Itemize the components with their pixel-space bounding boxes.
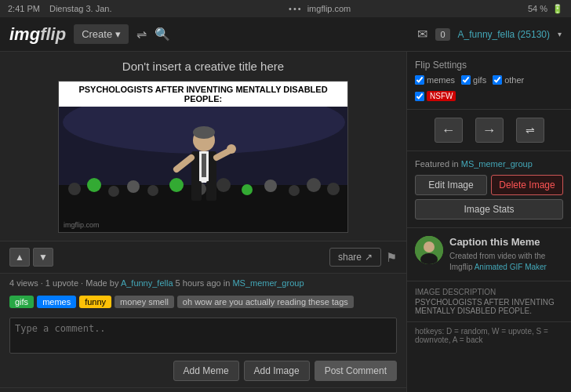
- animated-gif-maker-link[interactable]: Animated GIF Maker: [475, 263, 547, 271]
- upvote-button[interactable]: ▲: [9, 248, 30, 267]
- check-other[interactable]: other: [493, 75, 524, 85]
- shuffle-button[interactable]: ⇌: [516, 118, 544, 143]
- meme-image: PSYCHOLOGISTS AFTER INVENTING MENTALLY D…: [58, 81, 348, 233]
- site-logo[interactable]: imgflip: [9, 24, 66, 45]
- svg-rect-25: [206, 181, 216, 201]
- svg-point-11: [242, 184, 253, 195]
- svg-point-10: [216, 178, 231, 192]
- status-bar-right: 54 % 🔋: [528, 4, 563, 14]
- prev-button[interactable]: ←: [435, 118, 463, 143]
- svg-point-3: [68, 183, 81, 195]
- svg-point-17: [193, 126, 215, 139]
- memes-checkbox[interactable]: [415, 75, 424, 85]
- image-desc-text: PSYCHOLOGISTS AFTER INVENTING MENTALLY D…: [415, 298, 563, 315]
- logo-img: img: [9, 24, 40, 44]
- next-button[interactable]: →: [475, 118, 504, 143]
- tag-funny[interactable]: funny: [79, 296, 111, 308]
- svg-point-29: [424, 241, 435, 252]
- svg-point-13: [289, 185, 300, 196]
- delete-image-button[interactable]: Delete Image: [491, 175, 563, 195]
- edit-image-button[interactable]: Edit Image: [415, 175, 487, 195]
- tags-area: gifs memes funny money smell oh wow are …: [0, 292, 406, 311]
- featured-buttons: Edit Image Delete Image Image Stats: [415, 175, 563, 220]
- meme-container: PSYCHOLOGISTS AFTER INVENTING MENTALLY D…: [0, 81, 406, 241]
- flip-settings-title: Flip Settings: [415, 60, 563, 71]
- url-display: imgflip.com: [307, 4, 351, 13]
- svg-point-4: [87, 178, 101, 192]
- svg-point-8: [169, 178, 184, 192]
- other-checkbox[interactable]: [493, 75, 502, 85]
- image-description-section: IMAGE DESCRIPTION PSYCHOLOGISTS AFTER IN…: [407, 281, 571, 322]
- status-bar-left: 2:41 PM Dienstag 3. Jan.: [8, 4, 111, 13]
- battery-icon: 🔋: [552, 4, 563, 14]
- meme-top-text: PSYCHOLOGISTS AFTER INVENTING MENTALLY D…: [59, 82, 347, 107]
- downvote-button[interactable]: ▼: [33, 248, 53, 267]
- caption-desc: Created from video with the Imgflip Anim…: [449, 251, 563, 273]
- flag-button[interactable]: ⚑: [386, 250, 397, 265]
- comment-box: Add Meme Add Image Post Comment: [0, 311, 406, 387]
- content-area: Don't insert a creative title here PSYCH…: [0, 52, 406, 392]
- chevron-down-icon: ▾: [115, 28, 121, 40]
- nsfw-label: NSFW: [427, 91, 456, 101]
- svg-point-14: [307, 178, 321, 192]
- shuffle-icon[interactable]: ⇌: [136, 27, 147, 42]
- caption-title: Caption this Meme: [449, 236, 563, 248]
- tag-gifs[interactable]: gifs: [9, 296, 34, 308]
- signal-strength: 54 %: [528, 4, 547, 13]
- share-button[interactable]: share ↗: [329, 248, 381, 267]
- add-image-button[interactable]: Add Image: [244, 361, 310, 381]
- post-comment-button[interactable]: Post Comment: [315, 361, 397, 381]
- day-date: Dienstag 3. Jan.: [49, 4, 112, 13]
- check-nsfw[interactable]: NSFW: [415, 91, 456, 101]
- caption-info: Caption this Meme Created from video wit…: [449, 236, 563, 273]
- comment-buttons: Add Meme Add Image Post Comment: [9, 361, 397, 381]
- navbar: imgflip Create ▾ ⇌ 🔍 ✉ 0 A_funny_fella (…: [0, 17, 571, 52]
- caption-avatar: [415, 236, 443, 264]
- vote-buttons: ▲ ▼: [9, 248, 53, 267]
- mail-icon[interactable]: ✉: [417, 27, 427, 42]
- caption-section: Caption this Meme Created from video wit…: [407, 228, 571, 281]
- status-bar-center: ••• imgflip.com: [289, 4, 351, 13]
- check-memes[interactable]: memes: [415, 75, 455, 85]
- caption-avatar-img: [415, 236, 443, 264]
- meme-gif-area: imgflip.com: [59, 107, 347, 232]
- watermark: imgflip.com: [64, 221, 100, 229]
- author-link[interactable]: A_funny_fella: [121, 278, 173, 288]
- nsfw-checkbox[interactable]: [415, 92, 424, 101]
- meme-image-inner: PSYCHOLOGISTS AFTER INVENTING MENTALLY D…: [59, 82, 347, 232]
- create-button[interactable]: Create ▾: [74, 24, 129, 44]
- image-stats-button[interactable]: Image Stats: [415, 199, 563, 220]
- username-display[interactable]: A_funny_fella (25130): [458, 29, 550, 40]
- gifs-checkbox[interactable]: [461, 75, 471, 85]
- flip-nav: ← → ⇌: [407, 110, 571, 151]
- search-icon[interactable]: 🔍: [155, 27, 170, 42]
- post-title: Don't insert a creative title here: [0, 52, 406, 81]
- comment-input[interactable]: [9, 318, 397, 354]
- chevron-down-icon: ▾: [558, 30, 562, 38]
- notification-badge[interactable]: 0: [435, 28, 449, 41]
- right-sidebar: Flip Settings memes gifs other NSFW: [406, 52, 571, 392]
- svg-point-6: [127, 180, 140, 193]
- share-icon: ↗: [365, 252, 373, 263]
- group-link[interactable]: MS_memer_group: [232, 278, 304, 288]
- tag-reading-tags[interactable]: oh wow are you actually reading these ta…: [177, 296, 354, 308]
- image-desc-label: IMAGE DESCRIPTION: [415, 288, 563, 296]
- check-gifs[interactable]: gifs: [461, 75, 486, 85]
- tag-money-smell[interactable]: money smell: [115, 296, 174, 308]
- nav-right: ✉ 0 A_funny_fella (25130) ▾: [417, 27, 562, 42]
- svg-rect-24: [191, 181, 202, 201]
- comments-header: 1 Comment Best first ▾: [0, 387, 406, 392]
- actions-bar: ▲ ▼ share ↗ ⚑: [0, 241, 406, 274]
- add-meme-button[interactable]: Add Meme: [173, 361, 239, 381]
- featured-section: Featured in MS_memer_group Edit Image De…: [407, 151, 571, 228]
- tag-memes[interactable]: memes: [37, 296, 76, 308]
- meme-gif-placeholder: imgflip.com: [59, 107, 347, 232]
- svg-point-15: [327, 183, 340, 195]
- svg-point-7: [147, 185, 158, 196]
- status-bar: 2:41 PM Dienstag 3. Jan. ••• imgflip.com…: [0, 0, 571, 17]
- meme-svg: [59, 107, 347, 232]
- flip-checkboxes: memes gifs other NSFW: [415, 75, 563, 101]
- group-link-sidebar[interactable]: MS_memer_group: [461, 159, 533, 169]
- main-content: Don't insert a creative title here PSYCH…: [0, 52, 571, 392]
- svg-point-12: [264, 180, 277, 192]
